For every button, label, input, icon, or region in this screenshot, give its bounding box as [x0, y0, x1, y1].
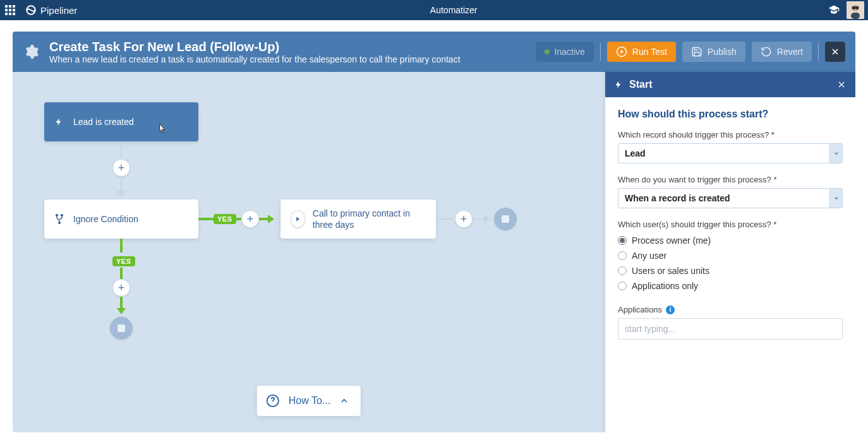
details-panel: Start How should this process start? Whi…	[605, 72, 855, 432]
connector	[259, 218, 268, 220]
panel-header: Start	[605, 72, 855, 97]
gear-icon[interactable]	[23, 44, 40, 59]
close-icon	[830, 47, 840, 57]
svg-rect-1	[9, 5, 11, 8]
radio-process-owner[interactable]: Process owner (me)	[618, 233, 843, 248]
radio-sales-units[interactable]: Users or sales units	[618, 263, 843, 278]
radio-applications-only[interactable]: Applications only	[618, 278, 843, 294]
panel-question: How should this process start?	[618, 109, 843, 120]
when-select[interactable]: When a record is created	[618, 188, 843, 208]
applications-label: Applications	[618, 305, 662, 314]
help-graduation-icon[interactable]	[825, 1, 843, 19]
status-text: Inactive	[555, 47, 585, 57]
svg-rect-2	[13, 5, 15, 8]
revert-icon	[761, 46, 772, 57]
branch-icon	[54, 213, 66, 225]
run-test-label: Run Test	[632, 47, 667, 57]
record-value: Lead	[618, 144, 829, 163]
radio-icon	[618, 266, 627, 275]
trigger-label: Lead is created	[73, 117, 134, 127]
panel-close-icon[interactable]	[836, 80, 847, 90]
cursor-icon	[157, 122, 167, 135]
svg-rect-12	[851, 13, 860, 19]
how-to-button[interactable]: How To...	[257, 386, 361, 416]
connector	[121, 177, 122, 191]
svg-rect-3	[5, 9, 8, 11]
flow-canvas[interactable]: Lead is created + Ignore Condition YES +	[13, 72, 605, 432]
close-button[interactable]	[825, 42, 845, 62]
revert-label: Revert	[777, 47, 803, 57]
when-label: When do you want to trigger this process…	[618, 175, 843, 184]
svg-rect-8	[13, 13, 15, 15]
top-bar: Pipeliner Automatizer	[0, 0, 868, 20]
user-avatar[interactable]	[847, 1, 864, 19]
end-node[interactable]	[494, 208, 517, 230]
app-label: Applications i	[618, 305, 843, 314]
radio-icon	[618, 282, 627, 290]
revert-button: Revert	[752, 42, 812, 62]
editor-header: Create Task For New Lead (Follow-Up) Whe…	[13, 32, 855, 72]
svg-rect-6	[5, 13, 8, 15]
editor-frame: Create Task For New Lead (Follow-Up) Whe…	[13, 32, 855, 432]
svg-rect-7	[9, 13, 11, 15]
arrowhead-icon	[117, 191, 126, 197]
radio-icon	[618, 251, 627, 260]
publish-label: Publish	[708, 47, 737, 57]
action-label: Call to primary contact in three days	[313, 208, 426, 230]
save-icon	[691, 46, 702, 57]
svg-rect-5	[13, 9, 15, 11]
connector	[198, 218, 214, 220]
status-dot-icon	[545, 49, 550, 54]
condition-node[interactable]: Ignore Condition	[44, 199, 198, 239]
chevron-up-icon	[339, 396, 349, 406]
module-title: Automatizer	[82, 5, 825, 15]
chevron-down-icon	[829, 189, 842, 208]
arrowhead-icon	[268, 215, 274, 223]
arrowhead-icon	[484, 215, 490, 223]
info-icon[interactable]: i	[666, 306, 675, 314]
status-inactive-button[interactable]: Inactive	[536, 42, 594, 62]
connector	[232, 218, 241, 220]
connector	[121, 141, 122, 158]
bolt-icon	[614, 79, 623, 90]
record-label: Which record should trigger this process…	[618, 130, 843, 139]
play-icon	[291, 210, 305, 228]
end-node-down[interactable]	[110, 317, 133, 340]
applications-input[interactable]	[618, 318, 843, 340]
connector	[473, 218, 484, 220]
process-title: Create Task For New Lead (Follow-Up)	[49, 39, 527, 54]
header-separator	[600, 43, 601, 61]
app-logo[interactable]: Pipeliner	[20, 4, 82, 16]
user-label: Which user(s) should trigger this proces…	[618, 220, 843, 229]
bolt-icon	[54, 116, 66, 128]
play-circle-icon	[616, 46, 627, 57]
header-separator-2	[818, 43, 819, 61]
add-step-button[interactable]: +	[112, 159, 130, 177]
process-subtitle: When a new lead is created a task is aut…	[49, 54, 527, 64]
radio-label: Users or sales units	[632, 266, 709, 276]
publish-button: Publish	[682, 42, 745, 62]
connector	[436, 218, 454, 220]
condition-label: Ignore Condition	[73, 214, 138, 224]
svg-point-18	[61, 215, 63, 217]
radio-icon	[618, 236, 627, 245]
apps-grid-icon[interactable]	[0, 0, 20, 20]
add-step-button-right-2[interactable]: +	[455, 210, 473, 228]
add-step-button-right[interactable]: +	[241, 210, 259, 228]
radio-any-user[interactable]: Any user	[618, 248, 843, 263]
svg-rect-4	[9, 9, 11, 11]
connector	[120, 239, 123, 252]
help-circle-icon	[266, 394, 280, 408]
add-step-button-down[interactable]: +	[112, 279, 130, 297]
radio-label: Any user	[632, 251, 666, 261]
record-select[interactable]: Lead	[618, 143, 843, 163]
svg-rect-0	[5, 5, 8, 8]
action-node[interactable]: Call to primary contact in three days	[280, 199, 436, 239]
trigger-node[interactable]: Lead is created	[44, 102, 198, 141]
svg-point-19	[59, 222, 61, 224]
how-to-label: How To...	[289, 395, 330, 406]
panel-title: Start	[629, 79, 652, 90]
connector	[120, 297, 123, 308]
run-test-button[interactable]: Run Test	[607, 42, 676, 62]
app-name: Pipeliner	[40, 5, 77, 16]
